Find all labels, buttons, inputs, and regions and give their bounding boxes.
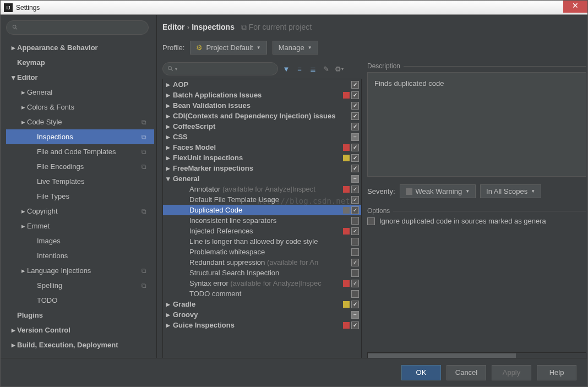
inspection-row[interactable]: ▸CDI(Contexts and Dependency Injection) … [163, 111, 361, 121]
inspection-row[interactable]: Annotator (available for Analyze|Inspect [163, 184, 361, 194]
inspection-row[interactable]: ▸FlexUnit inspections [163, 152, 361, 163]
inspection-checkbox[interactable] [351, 133, 359, 141]
inspection-row[interactable]: TODO comment [163, 288, 361, 299]
inspection-checkbox[interactable] [351, 269, 359, 277]
inspection-row[interactable]: ▸Bean Validation issues [163, 100, 361, 111]
inspection-checkbox[interactable] [351, 112, 359, 120]
sidebar-item[interactable]: Live Templates [6, 174, 154, 189]
severity-combo[interactable]: Weak Warning▼ [400, 184, 476, 198]
inspection-checkbox[interactable] [351, 144, 359, 151]
inspection-row[interactable]: Default File Template Usage [163, 194, 361, 205]
sidebar-item[interactable]: ▸General [6, 85, 154, 100]
sidebar-item[interactable]: Images [6, 233, 154, 248]
inspection-row[interactable]: Inconsistent line separators [163, 215, 361, 226]
description-text: Finds duplicated code [367, 72, 586, 177]
inspection-row[interactable]: ▾General [163, 173, 361, 184]
inspection-checkbox[interactable] [351, 165, 359, 172]
sidebar-search[interactable] [6, 20, 149, 35]
inspection-row[interactable]: Duplicated Code [163, 205, 361, 215]
apply-button[interactable]: Apply [492, 365, 531, 380]
sidebar-item[interactable]: ▸Build, Execution, Deployment [6, 337, 154, 352]
inspection-row[interactable]: ▸Batch Applications Issues [163, 90, 361, 100]
eraser-icon[interactable]: ✎ [321, 64, 331, 74]
sidebar-item[interactable]: File Types [6, 189, 154, 204]
options-heading: Options [367, 207, 586, 215]
severity-indicator [343, 155, 350, 161]
titlebar: IJ Settings ✕ [1, 1, 587, 15]
sidebar-item[interactable]: Plugins [6, 308, 154, 323]
sidebar-item[interactable]: ▸Code Style⧉ [6, 115, 154, 129]
expand-icon[interactable]: ≡ [295, 64, 304, 74]
sidebar-item[interactable]: TODO [6, 293, 154, 308]
inspection-row[interactable]: ▸Guice Inspections [163, 320, 361, 330]
inspection-row[interactable]: ▸Groovy [163, 309, 361, 320]
inspections-tree[interactable]: ▸AOP▸Batch Applications Issues▸Bean Vali… [163, 79, 361, 358]
sidebar-search-input[interactable] [21, 24, 143, 31]
cancel-button[interactable]: Cancel [447, 365, 486, 380]
inspection-checkbox[interactable] [351, 311, 359, 319]
svg-point-2 [168, 67, 172, 70]
search-icon [12, 24, 18, 31]
inspection-checkbox[interactable] [351, 154, 359, 162]
inspection-checkbox[interactable] [351, 196, 359, 204]
sidebar-item[interactable]: Keymap [6, 55, 154, 70]
sidebar-item[interactable]: Inspections⧉ [6, 129, 154, 144]
inspection-row[interactable]: ▸CoffeeScript [163, 121, 361, 132]
sidebar-item[interactable]: ▸Colors & Fonts [6, 100, 154, 115]
sidebar-item[interactable]: Intentions [6, 248, 154, 263]
inspection-row[interactable]: ▸Gradle [163, 299, 361, 309]
inspection-checkbox[interactable] [351, 91, 359, 99]
inspection-row[interactable]: Problematic whitespace [163, 247, 361, 257]
manage-button[interactable]: Manage▼ [273, 41, 318, 54]
close-button[interactable]: ✕ [563, 1, 587, 13]
ok-button[interactable]: OK [401, 365, 441, 380]
settings-sidebar: ▸Appearance & BehaviorKeymap▾Editor▸Gene… [1, 15, 157, 359]
inspection-checkbox[interactable] [351, 206, 359, 214]
inspection-row[interactable]: Line is longer than allowed by code styl… [163, 236, 361, 247]
inspection-checkbox[interactable] [351, 290, 359, 298]
inspection-row[interactable]: ▸AOP [163, 79, 361, 90]
svg-line-3 [171, 69, 173, 71]
inspection-checkbox[interactable] [351, 248, 359, 256]
inspections-search[interactable]: ▾ [162, 62, 278, 75]
ignore-duplicated-label: Ignore duplicated code in sources marked… [379, 217, 546, 225]
ignore-duplicated-checkbox[interactable] [367, 217, 375, 225]
inspection-row[interactable]: Syntax error (available for Analyze|Insp… [163, 278, 361, 288]
filter-icon[interactable]: ▼ [281, 64, 291, 74]
inspection-checkbox[interactable] [351, 321, 359, 329]
sidebar-item[interactable]: Spelling⧉ [6, 278, 154, 293]
inspection-checkbox[interactable] [351, 102, 359, 110]
severity-indicator [343, 228, 350, 235]
settings-tree[interactable]: ▸Appearance & BehaviorKeymap▾Editor▸Gene… [6, 40, 154, 353]
inspection-row[interactable]: ▸Faces Model [163, 142, 361, 152]
gear-icon[interactable]: ⚙▾ [334, 64, 344, 74]
sidebar-item[interactable]: ▸Version Control [6, 323, 154, 337]
inspection-row[interactable]: Injected References [163, 226, 361, 236]
inspection-checkbox[interactable] [351, 227, 359, 235]
collapse-icon[interactable]: ≣ [308, 64, 318, 74]
severity-indicator [343, 280, 350, 287]
inspection-checkbox[interactable] [351, 81, 359, 89]
inspection-row[interactable]: ▸CSS [163, 132, 361, 142]
sidebar-item[interactable]: ▸Emmet [6, 219, 154, 233]
inspection-checkbox[interactable] [351, 175, 359, 183]
sidebar-item[interactable]: ▸Copyright⧉ [6, 204, 154, 219]
sidebar-item[interactable]: ▾Editor [6, 70, 154, 85]
sidebar-item[interactable]: File and Code Templates⧉ [6, 144, 154, 159]
inspection-checkbox[interactable] [351, 280, 359, 287]
sidebar-item[interactable]: ▸Appearance & Behavior [6, 40, 154, 55]
inspection-checkbox[interactable] [351, 123, 359, 130]
profile-combo[interactable]: ⚙ Project Default▼ [190, 41, 266, 54]
inspection-checkbox[interactable] [351, 301, 359, 308]
sidebar-item[interactable]: ▸Language Injections⧉ [6, 263, 154, 278]
scope-combo[interactable]: In All Scopes▼ [480, 184, 541, 198]
inspection-checkbox[interactable] [351, 259, 359, 266]
inspection-row[interactable]: Structural Search Inspection [163, 268, 361, 278]
help-button[interactable]: Help [537, 365, 576, 380]
inspection-checkbox[interactable] [351, 238, 359, 246]
inspection-checkbox[interactable] [351, 217, 359, 225]
inspection-checkbox[interactable] [351, 186, 359, 193]
sidebar-item[interactable]: File Encodings⧉ [6, 159, 154, 174]
inspection-row[interactable]: ▸FreeMarker inspections [163, 163, 361, 173]
inspection-row[interactable]: Redundant suppression (available for An [163, 257, 361, 268]
